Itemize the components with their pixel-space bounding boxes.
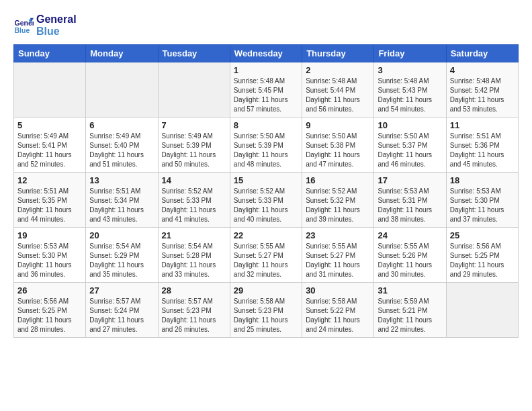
calendar-cell: 23Sunrise: 5:55 AM Sunset: 5:27 PM Dayli…: [302, 228, 374, 283]
calendar-cell: 18Sunrise: 5:53 AM Sunset: 5:30 PM Dayli…: [446, 173, 518, 228]
day-info: Sunrise: 5:54 AM Sunset: 5:28 PM Dayligh…: [162, 242, 226, 279]
day-number: 20: [89, 230, 154, 240]
calendar-cell: 8Sunrise: 5:50 AM Sunset: 5:39 PM Daylig…: [230, 118, 302, 173]
day-number: 27: [89, 285, 154, 295]
calendar-cell: 10Sunrise: 5:50 AM Sunset: 5:37 PM Dayli…: [374, 118, 446, 173]
logo-blue: Blue: [36, 26, 77, 38]
day-number: 1: [234, 65, 298, 75]
calendar-table: SundayMondayTuesdayWednesdayThursdayFrid…: [13, 44, 519, 338]
calendar-cell: 11Sunrise: 5:51 AM Sunset: 5:36 PM Dayli…: [446, 118, 518, 173]
day-number: 21: [162, 230, 226, 240]
day-number: 13: [89, 175, 154, 185]
day-header-saturday: Saturday: [446, 45, 518, 62]
calendar-cell: 15Sunrise: 5:52 AM Sunset: 5:33 PM Dayli…: [230, 173, 302, 228]
calendar-cell: 20Sunrise: 5:54 AM Sunset: 5:29 PM Dayli…: [86, 228, 158, 283]
calendar-cell: 30Sunrise: 5:58 AM Sunset: 5:22 PM Dayli…: [302, 283, 374, 338]
day-info: Sunrise: 5:48 AM Sunset: 5:43 PM Dayligh…: [378, 77, 442, 114]
calendar-week-row: 19Sunrise: 5:53 AM Sunset: 5:30 PM Dayli…: [14, 228, 519, 283]
calendar-cell: 3Sunrise: 5:48 AM Sunset: 5:43 PM Daylig…: [374, 62, 446, 118]
day-header-friday: Friday: [374, 45, 446, 62]
calendar-week-row: 1Sunrise: 5:48 AM Sunset: 5:45 PM Daylig…: [14, 62, 519, 118]
calendar-cell: 28Sunrise: 5:57 AM Sunset: 5:23 PM Dayli…: [158, 283, 230, 338]
day-info: Sunrise: 5:58 AM Sunset: 5:22 PM Dayligh…: [306, 297, 370, 334]
day-number: 26: [17, 285, 82, 295]
day-info: Sunrise: 5:48 AM Sunset: 5:44 PM Dayligh…: [306, 77, 370, 114]
page-header: General Blue General Blue: [13, 13, 519, 38]
calendar-cell: 22Sunrise: 5:55 AM Sunset: 5:27 PM Dayli…: [230, 228, 302, 283]
calendar-cell: 2Sunrise: 5:48 AM Sunset: 5:44 PM Daylig…: [302, 62, 374, 118]
day-info: Sunrise: 5:55 AM Sunset: 5:27 PM Dayligh…: [234, 242, 298, 279]
day-number: 10: [378, 120, 442, 130]
day-info: Sunrise: 5:55 AM Sunset: 5:27 PM Dayligh…: [306, 242, 370, 279]
calendar-week-row: 5Sunrise: 5:49 AM Sunset: 5:41 PM Daylig…: [14, 118, 519, 173]
calendar-cell: 4Sunrise: 5:48 AM Sunset: 5:42 PM Daylig…: [446, 62, 518, 118]
day-info: Sunrise: 5:53 AM Sunset: 5:31 PM Dayligh…: [378, 187, 442, 224]
day-number: 3: [378, 65, 442, 75]
calendar-cell: 7Sunrise: 5:49 AM Sunset: 5:39 PM Daylig…: [158, 118, 230, 173]
day-info: Sunrise: 5:51 AM Sunset: 5:36 PM Dayligh…: [450, 132, 515, 169]
calendar-header-row: SundayMondayTuesdayWednesdayThursdayFrid…: [14, 45, 519, 62]
calendar-week-row: 12Sunrise: 5:51 AM Sunset: 5:35 PM Dayli…: [14, 173, 519, 228]
day-number: 29: [234, 285, 298, 295]
day-number: 22: [234, 230, 298, 240]
calendar-cell: 13Sunrise: 5:51 AM Sunset: 5:34 PM Dayli…: [86, 173, 158, 228]
day-number: 15: [234, 175, 298, 185]
day-info: Sunrise: 5:48 AM Sunset: 5:45 PM Dayligh…: [234, 77, 298, 114]
day-info: Sunrise: 5:51 AM Sunset: 5:35 PM Dayligh…: [17, 187, 82, 224]
calendar-cell: 6Sunrise: 5:49 AM Sunset: 5:40 PM Daylig…: [86, 118, 158, 173]
day-info: Sunrise: 5:49 AM Sunset: 5:40 PM Dayligh…: [89, 132, 154, 169]
svg-text:Blue: Blue: [15, 26, 30, 34]
day-number: 5: [17, 120, 82, 130]
calendar-cell: 21Sunrise: 5:54 AM Sunset: 5:28 PM Dayli…: [158, 228, 230, 283]
day-header-sunday: Sunday: [14, 45, 86, 62]
day-number: 11: [450, 120, 515, 130]
day-header-thursday: Thursday: [302, 45, 374, 62]
calendar-cell: 31Sunrise: 5:59 AM Sunset: 5:21 PM Dayli…: [374, 283, 446, 338]
calendar-week-row: 26Sunrise: 5:56 AM Sunset: 5:25 PM Dayli…: [14, 283, 519, 338]
day-info: Sunrise: 5:57 AM Sunset: 5:23 PM Dayligh…: [162, 297, 226, 334]
calendar-cell: 29Sunrise: 5:58 AM Sunset: 5:23 PM Dayli…: [230, 283, 302, 338]
day-info: Sunrise: 5:56 AM Sunset: 5:25 PM Dayligh…: [450, 242, 515, 279]
day-number: 30: [306, 285, 370, 295]
day-number: 2: [306, 65, 370, 75]
calendar-cell: 14Sunrise: 5:52 AM Sunset: 5:33 PM Dayli…: [158, 173, 230, 228]
calendar-cell: 16Sunrise: 5:52 AM Sunset: 5:32 PM Dayli…: [302, 173, 374, 228]
calendar-cell: 27Sunrise: 5:57 AM Sunset: 5:24 PM Dayli…: [86, 283, 158, 338]
day-number: 23: [306, 230, 370, 240]
calendar-cell: 25Sunrise: 5:56 AM Sunset: 5:25 PM Dayli…: [446, 228, 518, 283]
day-info: Sunrise: 5:56 AM Sunset: 5:25 PM Dayligh…: [17, 297, 82, 334]
day-number: 16: [306, 175, 370, 185]
day-number: 19: [17, 230, 82, 240]
logo-icon: General Blue: [13, 15, 34, 36]
day-number: 17: [378, 175, 442, 185]
day-info: Sunrise: 5:53 AM Sunset: 5:30 PM Dayligh…: [450, 187, 515, 224]
calendar-cell: 26Sunrise: 5:56 AM Sunset: 5:25 PM Dayli…: [14, 283, 86, 338]
day-info: Sunrise: 5:49 AM Sunset: 5:39 PM Dayligh…: [162, 132, 226, 169]
day-info: Sunrise: 5:54 AM Sunset: 5:29 PM Dayligh…: [89, 242, 154, 279]
calendar-cell: 19Sunrise: 5:53 AM Sunset: 5:30 PM Dayli…: [14, 228, 86, 283]
day-number: 14: [162, 175, 226, 185]
day-number: 25: [450, 230, 515, 240]
calendar-cell: 5Sunrise: 5:49 AM Sunset: 5:41 PM Daylig…: [14, 118, 86, 173]
day-number: 8: [234, 120, 298, 130]
day-info: Sunrise: 5:58 AM Sunset: 5:23 PM Dayligh…: [234, 297, 298, 334]
day-info: Sunrise: 5:59 AM Sunset: 5:21 PM Dayligh…: [378, 297, 442, 334]
day-info: Sunrise: 5:51 AM Sunset: 5:34 PM Dayligh…: [89, 187, 154, 224]
day-number: 4: [450, 65, 515, 75]
logo: General Blue General Blue: [13, 13, 77, 38]
day-info: Sunrise: 5:55 AM Sunset: 5:26 PM Dayligh…: [378, 242, 442, 279]
logo-general: General: [36, 13, 77, 26]
day-number: 31: [378, 285, 442, 295]
day-number: 28: [162, 285, 226, 295]
calendar-cell: 24Sunrise: 5:55 AM Sunset: 5:26 PM Dayli…: [374, 228, 446, 283]
calendar-cell: 1Sunrise: 5:48 AM Sunset: 5:45 PM Daylig…: [230, 62, 302, 118]
day-info: Sunrise: 5:50 AM Sunset: 5:37 PM Dayligh…: [378, 132, 442, 169]
day-info: Sunrise: 5:52 AM Sunset: 5:33 PM Dayligh…: [234, 187, 298, 224]
day-info: Sunrise: 5:52 AM Sunset: 5:32 PM Dayligh…: [306, 187, 370, 224]
calendar-cell: [446, 283, 518, 338]
day-number: 7: [162, 120, 226, 130]
day-header-monday: Monday: [86, 45, 158, 62]
day-info: Sunrise: 5:49 AM Sunset: 5:41 PM Dayligh…: [17, 132, 82, 169]
day-number: 18: [450, 175, 515, 185]
calendar-cell: [158, 62, 230, 118]
